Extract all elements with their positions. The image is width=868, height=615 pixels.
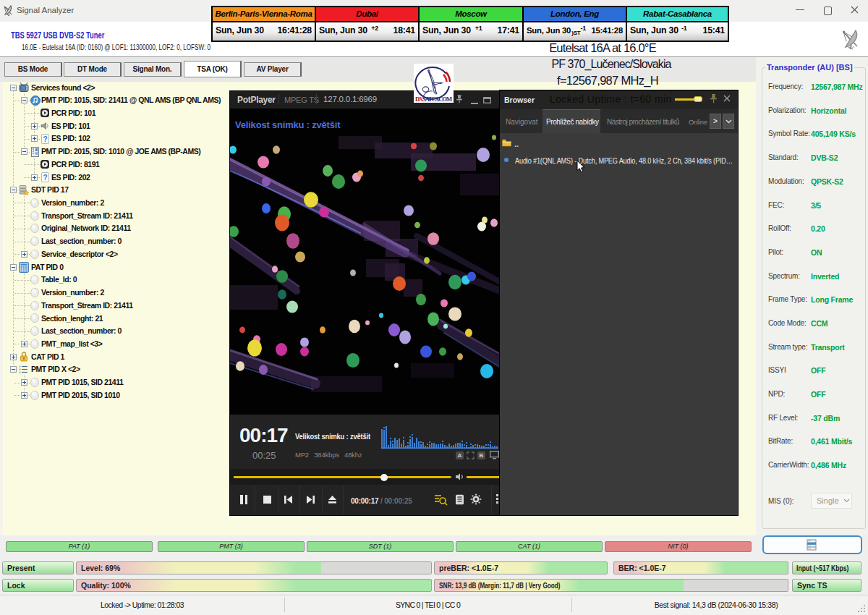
svg-text:˃˃: ˃˃ bbox=[851, 46, 855, 49]
svg-text:?: ? bbox=[43, 135, 47, 143]
svg-text:?: ? bbox=[43, 174, 47, 182]
svg-text:DXSATCS.COM: DXSATCS.COM bbox=[415, 96, 452, 103]
